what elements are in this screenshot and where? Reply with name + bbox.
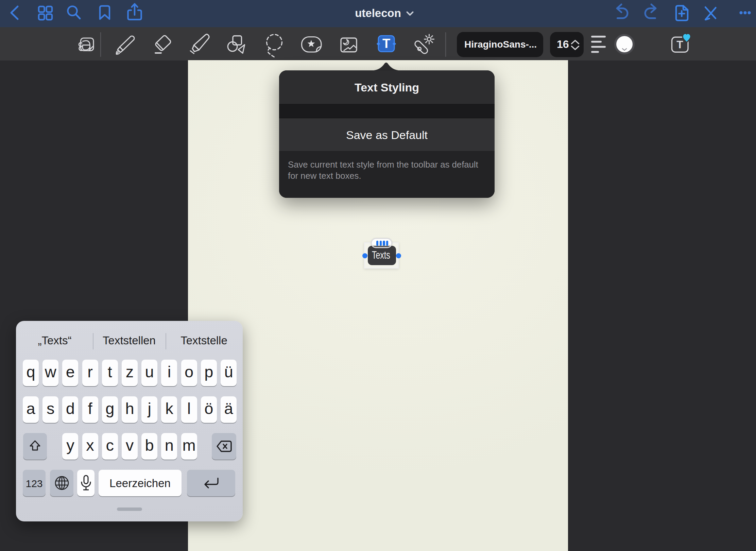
svg-text:HiraginoSans-...: HiraginoSans-... (464, 39, 537, 50)
svg-text:T: T (382, 36, 390, 51)
svg-text:16: 16 (557, 38, 569, 50)
svg-text:T: T (676, 38, 683, 51)
